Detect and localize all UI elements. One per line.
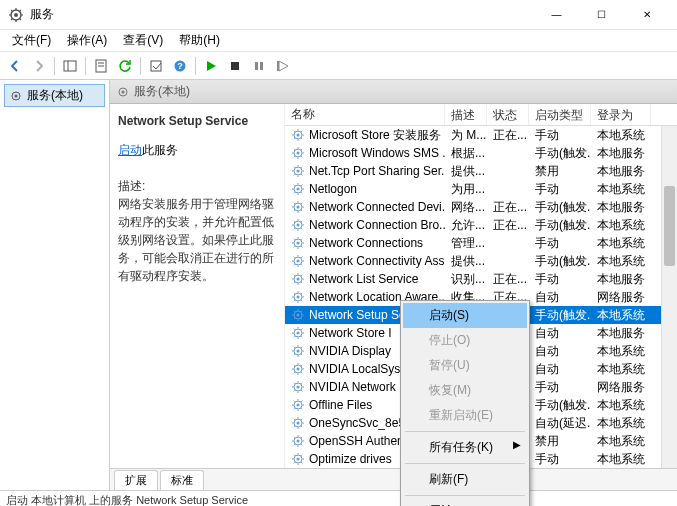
ctx-stop: 停止(O) bbox=[403, 328, 527, 353]
tabs: 扩展 标准 bbox=[110, 468, 677, 490]
table-row[interactable]: Network Connection Bro...允许...正在...手动(触发… bbox=[285, 216, 677, 234]
cell-status: 正在... bbox=[487, 270, 529, 289]
scrollbar-thumb[interactable] bbox=[664, 186, 675, 266]
cell-name: Microsoft Windows SMS ... bbox=[285, 145, 445, 161]
svg-point-31 bbox=[297, 242, 300, 245]
status-text: 启动 本地计算机 上的服务 Network Setup Service bbox=[6, 493, 248, 506]
separator bbox=[140, 57, 141, 75]
nav-label: 服务(本地) bbox=[27, 87, 83, 104]
table-row[interactable]: Network Connections管理...手动本地系统 bbox=[285, 234, 677, 252]
ctx-refresh[interactable]: 刷新(F) bbox=[403, 467, 527, 492]
content: Network Setup Service 启动此服务 描述: 网络安装服务用于… bbox=[110, 104, 677, 468]
context-menu: 启动(S) 停止(O) 暂停(U) 恢复(M) 重新启动(E) 所有任务(K)▶… bbox=[400, 300, 530, 506]
col-desc[interactable]: 描述 bbox=[445, 104, 487, 125]
col-status[interactable]: 状态 bbox=[487, 104, 529, 125]
minimize-button[interactable]: — bbox=[534, 1, 579, 29]
cell-logon: 本地服务 bbox=[591, 144, 651, 163]
forward-button[interactable] bbox=[28, 55, 50, 77]
cell-desc: 网络... bbox=[445, 198, 487, 217]
separator bbox=[405, 495, 525, 496]
pause-service-button[interactable] bbox=[248, 55, 270, 77]
menu-file[interactable]: 文件(F) bbox=[4, 30, 59, 51]
cell-desc: 允许... bbox=[445, 216, 487, 235]
ctx-start[interactable]: 启动(S) bbox=[403, 303, 527, 328]
svg-point-19 bbox=[297, 134, 300, 137]
body: 服务(本地) 服务(本地) Network Setup Service 启动此服… bbox=[0, 80, 677, 490]
cell-status: 正在... bbox=[487, 198, 529, 217]
svg-point-41 bbox=[297, 332, 300, 335]
table-row[interactable]: Microsoft Store 安装服务为 M...正在...手动本地系统 bbox=[285, 126, 677, 144]
restart-service-button[interactable] bbox=[272, 55, 294, 77]
tab-standard[interactable]: 标准 bbox=[160, 470, 204, 490]
svg-point-17 bbox=[122, 90, 125, 93]
cell-logon: 本地系统 bbox=[591, 180, 651, 199]
col-name[interactable]: 名称 bbox=[285, 104, 445, 125]
cell-start: 禁用 bbox=[529, 162, 591, 181]
cell-desc: 根据... bbox=[445, 144, 487, 163]
refresh-button[interactable] bbox=[114, 55, 136, 77]
col-start[interactable]: 启动类型 bbox=[529, 104, 591, 125]
cell-start: 手动(触发... bbox=[529, 198, 591, 217]
cell-status bbox=[487, 242, 529, 244]
maximize-button[interactable]: ☐ bbox=[579, 1, 624, 29]
nav-pane: 服务(本地) bbox=[0, 80, 110, 490]
cell-logon: 本地服务 bbox=[591, 324, 651, 343]
cell-logon: 本地服务 bbox=[591, 162, 651, 181]
scrollbar-vertical[interactable] bbox=[661, 126, 677, 468]
close-button[interactable]: ✕ bbox=[624, 1, 669, 29]
back-button[interactable] bbox=[4, 55, 26, 77]
table-row[interactable]: Network Connectivity Ass...提供...手动(触发...… bbox=[285, 252, 677, 270]
statusbar: 启动 本地计算机 上的服务 Network Setup Service bbox=[0, 490, 677, 506]
separator bbox=[405, 463, 525, 464]
table-row[interactable]: Network List Service识别...正在...手动本地服务 bbox=[285, 270, 677, 288]
cell-status: 正在... bbox=[487, 216, 529, 235]
cell-start: 手动 bbox=[529, 126, 591, 145]
cell-start: 手动(触发... bbox=[529, 252, 591, 271]
svg-point-55 bbox=[297, 458, 300, 461]
ctx-properties[interactable]: 属性(R) bbox=[403, 499, 527, 506]
cell-logon: 本地系统 bbox=[591, 432, 651, 451]
cell-logon: 本地系统 bbox=[591, 216, 651, 235]
start-link[interactable]: 启动 bbox=[118, 143, 142, 157]
menu-help[interactable]: 帮助(H) bbox=[171, 30, 228, 51]
cell-status: 正在... bbox=[487, 126, 529, 145]
properties-button[interactable] bbox=[90, 55, 112, 77]
cell-logon: 网络服务 bbox=[591, 288, 651, 307]
start-service-button[interactable] bbox=[200, 55, 222, 77]
cell-desc: 识别... bbox=[445, 270, 487, 289]
cell-logon: 本地服务 bbox=[591, 270, 651, 289]
svg-point-47 bbox=[297, 386, 300, 389]
export-button[interactable] bbox=[145, 55, 167, 77]
cell-status bbox=[487, 188, 529, 190]
show-hide-button[interactable] bbox=[59, 55, 81, 77]
cell-name: Network List Service bbox=[285, 271, 445, 287]
ctx-alltasks[interactable]: 所有任务(K)▶ bbox=[403, 435, 527, 460]
col-logon[interactable]: 登录为 bbox=[591, 104, 651, 125]
menu-view[interactable]: 查看(V) bbox=[115, 30, 171, 51]
svg-point-25 bbox=[297, 188, 300, 191]
cell-start: 手动 bbox=[529, 234, 591, 253]
svg-rect-12 bbox=[260, 62, 263, 70]
help-button[interactable]: ? bbox=[169, 55, 191, 77]
table-row[interactable]: Network Connected Devi...网络...正在...手动(触发… bbox=[285, 198, 677, 216]
tab-extended[interactable]: 扩展 bbox=[114, 470, 158, 490]
cell-start: 自动(延迟... bbox=[529, 414, 591, 433]
cell-logon: 本地系统 bbox=[591, 126, 651, 145]
window-title: 服务 bbox=[30, 6, 534, 23]
stop-service-button[interactable] bbox=[224, 55, 246, 77]
table-row[interactable]: Microsoft Windows SMS ...根据...手动(触发...本地… bbox=[285, 144, 677, 162]
nav-services-local[interactable]: 服务(本地) bbox=[4, 84, 105, 107]
desc-text: 网络安装服务用于管理网络驱动程序的安装，并允许配置低级别网络设置。如果停止此服务… bbox=[118, 195, 276, 285]
cell-start: 手动(触发... bbox=[529, 306, 591, 325]
detail-pane: Network Setup Service 启动此服务 描述: 网络安装服务用于… bbox=[110, 104, 285, 468]
table-row[interactable]: Netlogon为用...手动本地系统 bbox=[285, 180, 677, 198]
cell-start: 手动(触发... bbox=[529, 216, 591, 235]
menu-action[interactable]: 操作(A) bbox=[59, 30, 115, 51]
start-line: 启动此服务 bbox=[118, 142, 276, 159]
start-suffix: 此服务 bbox=[142, 143, 178, 157]
content-wrap: 服务(本地) Network Setup Service 启动此服务 描述: 网… bbox=[110, 80, 677, 490]
cell-name: Netlogon bbox=[285, 181, 445, 197]
desc-label: 描述: bbox=[118, 177, 276, 195]
table-row[interactable]: Net.Tcp Port Sharing Ser...提供...禁用本地服务 bbox=[285, 162, 677, 180]
cell-logon: 本地服务 bbox=[591, 198, 651, 217]
